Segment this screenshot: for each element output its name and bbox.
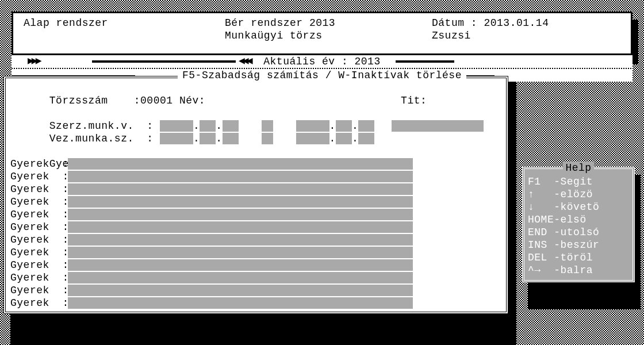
date-field: Dátum : 2013.01.14 — [432, 17, 620, 29]
gyerek-field[interactable] — [68, 259, 413, 271]
gyerek-field[interactable] — [68, 221, 413, 233]
help-item: END -utolsó — [528, 226, 629, 239]
gyerek-label: Gyerek : — [10, 297, 68, 309]
screen: Alap rendszer Bér rendszer 2013 Dátum : … — [0, 0, 644, 345]
help-item: DEL -töröl — [528, 251, 629, 264]
user-name: Zsuzsi — [432, 29, 620, 42]
gyerek-field[interactable] — [68, 158, 413, 170]
gyerek-field[interactable] — [68, 209, 413, 220]
gyerek-field[interactable] — [68, 171, 413, 182]
gyerek-row: Gyerek : — [10, 195, 501, 208]
gyerek-row: Gyerek : — [10, 183, 501, 195]
help-item: ↑ -elözö — [528, 188, 629, 201]
help-item: F1 -Segit — [528, 175, 629, 188]
vez-field-3[interactable] — [223, 133, 239, 144]
vez-field-1[interactable] — [160, 133, 193, 144]
gyerek-row: Gyerek : — [10, 284, 501, 297]
gyerek-label: Gyerek : — [10, 158, 68, 170]
row-szerz: Szerz.munk.v. : .... — [10, 107, 501, 120]
gyerek-field[interactable] — [68, 272, 413, 283]
torzsszam-value[interactable]: 00001 — [140, 95, 173, 106]
row-gyerek-after: Gyerekek után szabadság: — [10, 145, 501, 158]
szerz-flag[interactable] — [262, 120, 273, 132]
gyerek-field[interactable] — [68, 297, 413, 309]
form-panel: Törzsszám :00001 Név:Tit: Szerz.munk.v. … — [3, 76, 508, 314]
gyerek-label: Gyerek : — [10, 284, 68, 297]
gyerek-label: Gyerek : — [10, 233, 68, 246]
gyerek-row: Gyerek : — [10, 246, 501, 259]
gyerek-label: Gyerek : — [10, 271, 68, 284]
gyerek-field[interactable] — [68, 247, 413, 258]
gyerek-label: Gyerek : — [10, 183, 68, 195]
szerz-field-2[interactable] — [200, 120, 216, 132]
szerz-field-3[interactable] — [223, 120, 239, 132]
vez-field-6[interactable] — [358, 133, 374, 144]
gyerek-row: Gyerek : — [10, 259, 501, 271]
vez-flag[interactable] — [262, 133, 273, 144]
year-line: ▶▶▶ ◀◀◀ Aktuális év : 2013 — [12, 55, 632, 68]
module-subtitle: Munkaügyi törzs — [225, 29, 432, 42]
help-title: Help — [563, 162, 593, 174]
header-box: Alap rendszer Bér rendszer 2013 Dátum : … — [12, 12, 632, 55]
help-panel: Help F1 -Segit↑ -elözö↓ -követöHOME-elsö… — [522, 167, 635, 282]
gyerek-row: Gyerek : — [10, 158, 501, 170]
row-torzsszam: Törzsszám :00001 Név:Tit: — [10, 82, 501, 94]
children-list: Gyerek :Gyerek :Gyerek :Gyerek :Gyerek :… — [10, 158, 501, 309]
gyerek-field[interactable] — [68, 285, 413, 296]
help-item: ↓ -követö — [528, 201, 629, 213]
gyerek-label: Gyerek : — [10, 195, 68, 208]
gyerek-row: Gyerek : — [10, 297, 501, 309]
header: Alap rendszer Bér rendszer 2013 Dátum : … — [12, 12, 632, 55]
gyerek-label: Gyerek : — [10, 246, 68, 259]
vez-field-4[interactable] — [296, 133, 329, 144]
help-item: INS -beszúr — [528, 239, 629, 251]
app-name: Alap rendszer — [24, 17, 225, 29]
gyerek-label: Gyerek : — [10, 221, 68, 233]
gyerek-field[interactable] — [68, 196, 413, 208]
szerz-field-1[interactable] — [160, 120, 193, 132]
gyerek-row: Gyerek : — [10, 170, 501, 183]
help-item: HOME-elsö — [528, 213, 629, 226]
gyerek-label: Gyerek : — [10, 170, 68, 183]
help-item: ^→ -balra — [528, 264, 629, 277]
gyerek-row: Gyerek : — [10, 233, 501, 246]
vez-field-2[interactable] — [200, 133, 216, 144]
szerz-field-6[interactable] — [358, 120, 374, 132]
szerz-field-4[interactable] — [296, 120, 329, 132]
gyerek-field[interactable] — [68, 183, 413, 195]
gyerek-row: Gyerek : — [10, 271, 501, 284]
gyerek-row: Gyerek : — [10, 221, 501, 233]
arrows-right-icon: ▶▶▶ — [28, 55, 40, 67]
szerz-field-5[interactable] — [336, 120, 352, 132]
module-title: Bér rendszer 2013 — [225, 17, 432, 29]
gyerek-field[interactable] — [68, 234, 413, 246]
vez-field-5[interactable] — [336, 133, 352, 144]
arrows-left-icon: ◀◀◀ — [239, 55, 251, 67]
szerz-field-7[interactable] — [392, 120, 484, 132]
gyerek-label: Gyerek : — [10, 208, 68, 221]
gyerek-row: Gyerek : — [10, 208, 501, 221]
gyerek-label: Gyerek : — [10, 259, 68, 271]
